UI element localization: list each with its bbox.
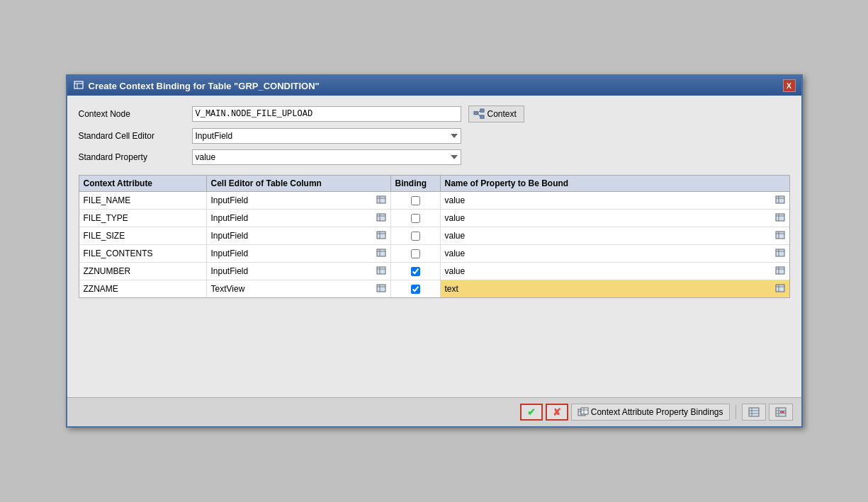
col-header-cell-editor: Cell Editor of Table Column <box>207 176 391 191</box>
svg-rect-3 <box>473 111 477 114</box>
table-body: FILE_NAMEInputFieldvalueFILE_TYPEInputFi… <box>79 192 789 297</box>
cancel-button[interactable]: ✘ <box>546 404 568 421</box>
property-cell: text <box>441 280 789 297</box>
binding-cell[interactable] <box>391 210 441 227</box>
context-attr-bindings-label: Context Attribute Property Bindings <box>591 407 723 417</box>
binding-checkbox[interactable] <box>411 214 420 223</box>
binding-cell[interactable] <box>391 227 441 244</box>
footer-icon-btn-1[interactable] <box>742 404 766 421</box>
context-btn-icon <box>473 108 485 120</box>
attribute-cell: FILE_CONTENTS <box>79 245 207 262</box>
binding-cell[interactable] <box>391 245 441 262</box>
property-select-icon[interactable] <box>775 284 785 295</box>
binding-cell[interactable] <box>391 263 441 280</box>
attribute-cell: FILE_TYPE <box>79 210 207 227</box>
context-button-label: Context <box>487 109 517 119</box>
binding-checkbox[interactable] <box>411 196 420 205</box>
confirm-icon: ✔ <box>527 406 536 418</box>
context-node-label: Context Node <box>79 109 192 119</box>
binding-cell[interactable] <box>391 192 441 209</box>
table-header: Context Attribute Cell Editor of Table C… <box>79 176 789 192</box>
binding-checkbox[interactable] <box>411 285 420 294</box>
context-attr-bindings-button[interactable]: Context Attribute Property Bindings <box>571 404 730 421</box>
svg-rect-11 <box>776 196 784 203</box>
cell-editor-cell: InputField <box>207 227 391 244</box>
cell-editor-cell: InputField <box>207 210 391 227</box>
svg-rect-23 <box>776 232 784 239</box>
editor-select-icon[interactable] <box>376 284 386 295</box>
property-select-icon[interactable] <box>775 213 785 224</box>
binding-checkbox[interactable] <box>411 232 420 241</box>
table-copy-icon <box>577 407 589 417</box>
svg-line-7 <box>478 113 480 117</box>
property-select-icon[interactable] <box>775 249 785 259</box>
cell-editor-cell: InputField <box>207 192 391 209</box>
confirm-button[interactable]: ✔ <box>520 404 543 421</box>
dialog-title: Create Context Binding for Table "GRP_CO… <box>89 81 320 91</box>
editor-select-icon[interactable] <box>376 266 386 277</box>
svg-rect-29 <box>776 249 784 256</box>
svg-rect-47 <box>581 408 588 414</box>
cell-editor-cell: InputField <box>207 245 391 262</box>
col-header-attribute: Context Attribute <box>79 176 207 191</box>
footer-divider <box>735 405 736 419</box>
cell-editor-label: Standard Cell Editor <box>79 131 192 141</box>
property-cell: value <box>441 263 789 280</box>
dialog-icon <box>73 80 84 91</box>
property-select-icon[interactable] <box>775 231 785 241</box>
svg-rect-20 <box>377 232 385 239</box>
editor-select-icon[interactable] <box>376 213 386 224</box>
property-select-icon[interactable] <box>775 195 785 206</box>
table-row: FILE_TYPEInputFieldvalue <box>79 210 789 227</box>
svg-rect-8 <box>377 196 385 203</box>
property-cell: value <box>441 227 789 244</box>
attribute-cell: ZZNUMBER <box>79 263 207 280</box>
svg-rect-26 <box>377 249 385 256</box>
dialog-window: Create Context Binding for Table "GRP_CO… <box>66 74 803 428</box>
standard-property-select[interactable]: value <box>192 149 461 165</box>
new-row-icon <box>748 407 760 417</box>
svg-rect-5 <box>480 115 483 118</box>
cell-editor-row: Standard Cell Editor InputField <box>79 128 790 144</box>
svg-rect-50 <box>749 408 759 416</box>
table-row: FILE_CONTENTSInputFieldvalue <box>79 245 789 263</box>
attribute-cell: FILE_NAME <box>79 192 207 209</box>
binding-table: Context Attribute Cell Editor of Table C… <box>79 175 790 298</box>
table-row: FILE_SIZEInputFieldvalue <box>79 227 789 245</box>
svg-rect-4 <box>480 109 483 112</box>
title-bar: Create Context Binding for Table "GRP_CO… <box>67 76 801 96</box>
cell-editor-cell: TextView <box>207 280 391 297</box>
dialog-body: Context Node Context Standard Cell Edito… <box>67 96 801 390</box>
svg-rect-17 <box>776 214 784 221</box>
col-header-property: Name of Property to Be Bound <box>441 176 789 191</box>
context-node-row: Context Node Context <box>79 105 790 122</box>
footer-icon-btn-2[interactable] <box>769 404 793 421</box>
table-row: ZZNUMBERInputFieldvalue <box>79 263 789 280</box>
editor-select-icon[interactable] <box>376 249 386 259</box>
delete-row-icon <box>775 407 787 417</box>
context-node-input[interactable] <box>192 106 461 122</box>
svg-rect-0 <box>74 81 83 89</box>
svg-rect-14 <box>377 214 385 221</box>
close-button[interactable]: X <box>783 79 796 92</box>
empty-area <box>79 298 790 383</box>
property-cell: value <box>441 192 789 209</box>
context-button[interactable]: Context <box>468 105 524 122</box>
editor-select-icon[interactable] <box>376 231 386 241</box>
property-select-icon[interactable] <box>775 266 785 277</box>
attribute-cell: FILE_SIZE <box>79 227 207 244</box>
table-row: ZZNAMETextViewtext <box>79 280 789 297</box>
table-row: FILE_NAMEInputFieldvalue <box>79 192 789 210</box>
standard-property-row: Standard Property value <box>79 149 790 165</box>
property-cell: value <box>441 210 789 227</box>
binding-checkbox[interactable] <box>411 249 420 258</box>
cell-editor-select[interactable]: InputField <box>192 128 461 144</box>
standard-property-label: Standard Property <box>79 152 192 162</box>
binding-checkbox[interactable] <box>411 267 420 276</box>
svg-rect-41 <box>776 285 784 292</box>
col-header-binding: Binding <box>391 176 441 191</box>
editor-select-icon[interactable] <box>376 195 386 206</box>
attribute-cell: ZZNAME <box>79 280 207 297</box>
cell-editor-cell: InputField <box>207 263 391 280</box>
binding-cell[interactable] <box>391 280 441 297</box>
